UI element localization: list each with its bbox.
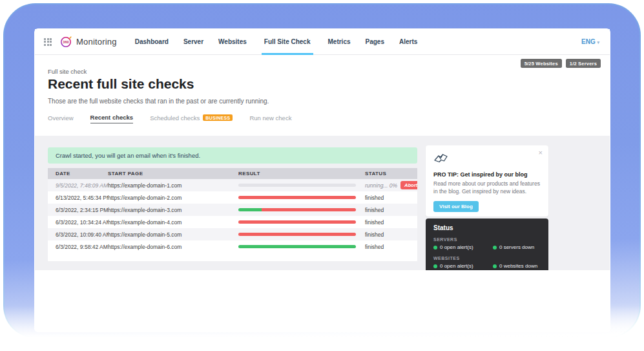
tab-recent-checks[interactable]: Recent checks bbox=[90, 114, 134, 123]
tab-overview[interactable]: Overview bbox=[48, 114, 74, 123]
pro-tip-card: × PRO TIP: Get inspired by our blog Read… bbox=[426, 145, 548, 217]
content-area: Crawl started, you will get an email whe… bbox=[35, 136, 610, 270]
servers-label: SERVERS bbox=[433, 237, 541, 242]
check-start-page: https://example-domain-3.com bbox=[108, 207, 238, 213]
nav-item-websites[interactable]: Websites bbox=[218, 29, 247, 55]
check-date: 6/3/2022, 9:58:42 AM bbox=[48, 244, 108, 250]
table-row[interactable]: 6/3/2022, 2:34:15 PM https://example-dom… bbox=[48, 204, 417, 216]
check-date: 6/3/2022, 10:34:24 AM bbox=[48, 219, 108, 226]
check-start-page: https://example-domain-1.com bbox=[108, 182, 238, 189]
breadcrumb: Full site check bbox=[48, 68, 87, 75]
table-row[interactable]: 6/3/2022, 9:58:42 AM https://example-dom… bbox=[48, 240, 417, 253]
websites-down: 0 websites down bbox=[493, 263, 537, 269]
websites-label: WEBSITES bbox=[433, 256, 541, 261]
chevron-down-icon: ▾ bbox=[597, 40, 599, 45]
window-backdrop: 360 Monitoring Dashboard Server Websites… bbox=[34, 28, 610, 332]
check-start-page: https://example-domain-5.com bbox=[108, 231, 238, 238]
tab-scheduled-checks-label: Scheduled checks bbox=[150, 114, 200, 122]
check-status: finished bbox=[365, 195, 384, 201]
status-card-title: Status bbox=[433, 224, 541, 231]
nav-item-full-site-check[interactable]: Full Site Check bbox=[262, 29, 313, 55]
tab-scheduled-checks[interactable]: Scheduled checks BUSINESS bbox=[150, 114, 233, 123]
check-date: 6/13/2022, 5:45:34 PM bbox=[48, 195, 108, 201]
websites-open-alerts: 0 open alert(s) bbox=[433, 263, 493, 269]
brand-name: Monitoring bbox=[76, 37, 117, 47]
green-status-dot-icon bbox=[433, 264, 437, 268]
business-badge: BUSINESS bbox=[203, 114, 233, 121]
websites-usage-badge: 5/25 Websites bbox=[521, 59, 562, 68]
main-nav: Dashboard Server Websites Full Site Chec… bbox=[135, 29, 418, 55]
tab-run-new-check[interactable]: Run new check bbox=[249, 114, 291, 123]
usage-badges: 5/25 Websites 1/2 Servers bbox=[521, 59, 601, 68]
column-header-status: STATUS bbox=[365, 171, 417, 176]
nav-item-pages[interactable]: Pages bbox=[366, 29, 384, 55]
visit-blog-button[interactable]: Visit our Blog bbox=[433, 201, 479, 212]
handshake-icon bbox=[433, 152, 449, 165]
servers-down: 0 servers down bbox=[493, 244, 534, 250]
websites-status-section: WEBSITES 0 open alert(s) 0 websites down bbox=[433, 256, 541, 269]
table-row[interactable]: 6/3/2022, 10:09:40 AM https://example-do… bbox=[48, 228, 417, 240]
check-status: finished bbox=[365, 244, 384, 250]
servers-status-section: SERVERS 0 open alert(s) 0 servers down bbox=[433, 237, 541, 250]
column-header-result: RESULT bbox=[238, 171, 365, 176]
check-status: finished bbox=[365, 231, 384, 238]
column-header-date: DATE bbox=[48, 171, 108, 176]
page-tabs: Overview Recent checks Scheduled checks … bbox=[48, 114, 291, 123]
brand-logo[interactable]: 360 Monitoring bbox=[60, 36, 117, 48]
page-title: Recent full site checks bbox=[48, 76, 194, 92]
column-header-start-page: START PAGE bbox=[108, 171, 238, 176]
green-status-dot-icon bbox=[493, 264, 497, 268]
green-status-dot-icon bbox=[493, 246, 497, 250]
language-selector[interactable]: ENG ▾ bbox=[581, 38, 599, 45]
check-start-page: https://example-domain-4.com bbox=[108, 219, 238, 226]
servers-open-alerts: 0 open alert(s) bbox=[433, 244, 493, 250]
pro-tip-title: PRO TIP: Get inspired by our blog bbox=[433, 171, 541, 178]
nav-item-server[interactable]: Server bbox=[183, 29, 203, 55]
app-window: 360 Monitoring Dashboard Server Websites… bbox=[35, 29, 610, 270]
check-status: finished bbox=[365, 219, 384, 226]
check-status: running... 0% bbox=[365, 182, 397, 189]
checks-table: DATE START PAGE RESULT STATUS 9/5/2022, … bbox=[48, 168, 417, 261]
page-description: Those are the full website checks that r… bbox=[48, 98, 269, 105]
table-row[interactable]: 6/13/2022, 5:45:34 PM https://example-do… bbox=[48, 191, 417, 204]
result-progress-bar bbox=[238, 233, 356, 236]
nav-item-dashboard[interactable]: Dashboard bbox=[135, 29, 169, 55]
table-row[interactable]: 6/3/2022, 10:34:24 AM https://example-do… bbox=[48, 216, 417, 228]
crawl-started-notification: Crawl started, you will get an email whe… bbox=[48, 147, 417, 164]
check-date: 9/5/2022, 7:48:09 AM bbox=[48, 182, 108, 189]
app-header: 360 Monitoring Dashboard Server Websites… bbox=[35, 29, 610, 55]
app-launcher-grid-icon[interactable] bbox=[44, 38, 52, 46]
result-progress-bar bbox=[238, 245, 356, 248]
nav-item-alerts[interactable]: Alerts bbox=[399, 29, 417, 55]
marketing-screenshot: 360 Monitoring Dashboard Server Websites… bbox=[0, 0, 644, 351]
nav-item-metrics[interactable]: Metrics bbox=[328, 29, 351, 55]
svg-text:360: 360 bbox=[63, 40, 68, 44]
logo-360-icon: 360 bbox=[60, 36, 72, 48]
check-status: finished bbox=[365, 207, 384, 213]
result-progress-bar bbox=[238, 208, 356, 211]
status-card: Status SERVERS 0 open alert(s) 0 servers… bbox=[426, 218, 548, 270]
check-start-page: https://example-domain-2.com bbox=[108, 195, 238, 201]
green-status-dot-icon bbox=[433, 246, 437, 250]
pro-tip-body: Read more about our products and feature… bbox=[433, 180, 541, 196]
result-progress-bar bbox=[238, 184, 356, 187]
check-date: 6/3/2022, 10:09:40 AM bbox=[48, 231, 108, 238]
check-date: 6/3/2022, 2:34:15 PM bbox=[48, 207, 108, 213]
check-start-page: https://example-domain-6.com bbox=[108, 244, 238, 250]
close-icon[interactable]: × bbox=[539, 149, 543, 156]
table-row[interactable]: 9/5/2022, 7:48:09 AM https://example-dom… bbox=[48, 179, 417, 191]
result-progress-bar bbox=[238, 220, 356, 224]
abort-button[interactable]: Abort bbox=[400, 181, 417, 189]
result-progress-bar bbox=[238, 196, 356, 199]
servers-usage-badge: 1/2 Servers bbox=[566, 59, 601, 68]
table-header-row: DATE START PAGE RESULT STATUS bbox=[48, 168, 417, 179]
